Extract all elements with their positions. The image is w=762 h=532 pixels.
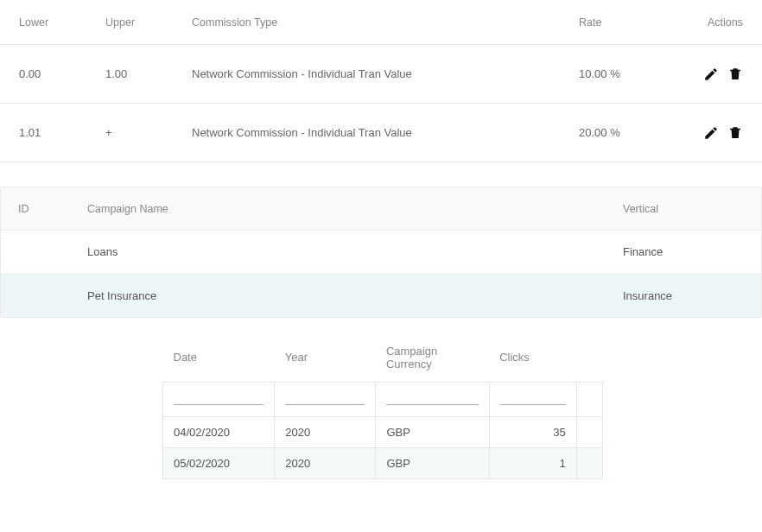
campaign-row[interactable]: Loans Finance [1, 231, 761, 274]
report-table-wrap: Date Year Campaign Currency Clicks 04/02… [162, 333, 603, 479]
cell-date: 04/02/2020 [163, 416, 275, 447]
cell-year: 2020 [275, 416, 376, 447]
col-header-clicks: Clicks [489, 333, 576, 382]
col-header-rate: Rate [579, 16, 674, 28]
cell-name: Pet Insurance [87, 289, 623, 302]
delete-button[interactable] [727, 125, 743, 141]
cell-type: Network Commission - Individual Tran Val… [192, 126, 579, 139]
filter-date[interactable] [163, 382, 275, 416]
cell-currency: GBP [376, 447, 489, 478]
commission-row: 0.00 1.00 Network Commission - Individua… [0, 45, 762, 104]
col-header-type: Commission Type [192, 16, 579, 28]
col-header-currency: Campaign Currency [376, 333, 489, 382]
filter-blank [576, 382, 602, 416]
report-table: Date Year Campaign Currency Clicks 04/02… [162, 333, 603, 479]
cell-vertical: Finance [623, 245, 744, 258]
col-header-actions: Actions [674, 16, 743, 28]
edit-button[interactable] [703, 66, 719, 82]
cell-blank [576, 416, 602, 447]
col-header-id: ID [18, 203, 87, 215]
cell-rate: 10.00 % [579, 67, 674, 80]
col-header-year: Year [275, 333, 376, 382]
edit-button[interactable] [703, 125, 719, 141]
report-row: 04/02/2020 2020 GBP 35 [163, 416, 603, 447]
col-header-date: Date [163, 333, 275, 382]
report-header-row: Date Year Campaign Currency Clicks [163, 333, 603, 382]
campaign-header-row: ID Campaign Name Vertical [1, 187, 761, 231]
col-header-upper: Upper [105, 16, 192, 28]
col-header-vertical: Vertical [623, 203, 744, 215]
cell-vertical: Insurance [623, 289, 744, 302]
cell-lower: 0.00 [19, 67, 105, 80]
commission-table: Lower Upper Commission Type Rate Actions… [0, 0, 762, 162]
cell-upper: + [105, 126, 192, 139]
campaign-table: ID Campaign Name Vertical Loans Finance … [0, 187, 762, 318]
cell-actions [674, 125, 743, 141]
col-header-name: Campaign Name [87, 203, 623, 215]
delete-button[interactable] [727, 66, 743, 82]
col-header-lower: Lower [19, 16, 105, 28]
cell-lower: 1.01 [19, 126, 105, 139]
pencil-icon [703, 125, 719, 141]
cell-upper: 1.00 [105, 67, 192, 80]
cell-name: Loans [87, 245, 623, 258]
commission-row: 1.01 + Network Commission - Individual T… [0, 104, 762, 162]
cell-type: Network Commission - Individual Tran Val… [192, 67, 579, 80]
report-filter-row [163, 382, 603, 416]
cell-year: 2020 [275, 447, 376, 478]
cell-clicks: 1 [489, 447, 576, 478]
report-row: 05/02/2020 2020 GBP 1 [163, 447, 603, 478]
cell-actions [674, 66, 743, 82]
pencil-icon [703, 66, 719, 82]
col-header-blank [576, 333, 602, 382]
filter-year[interactable] [275, 382, 376, 416]
cell-clicks: 35 [489, 416, 576, 447]
campaign-row[interactable]: Pet Insurance Insurance [1, 274, 761, 317]
trash-icon [727, 125, 743, 141]
cell-rate: 20.00 % [579, 126, 674, 139]
cell-blank [576, 447, 602, 478]
trash-icon [727, 66, 743, 82]
filter-currency[interactable] [376, 382, 489, 416]
cell-date: 05/02/2020 [163, 447, 275, 478]
commission-header-row: Lower Upper Commission Type Rate Actions [0, 0, 762, 45]
cell-currency: GBP [376, 416, 489, 447]
filter-clicks[interactable] [489, 382, 576, 416]
